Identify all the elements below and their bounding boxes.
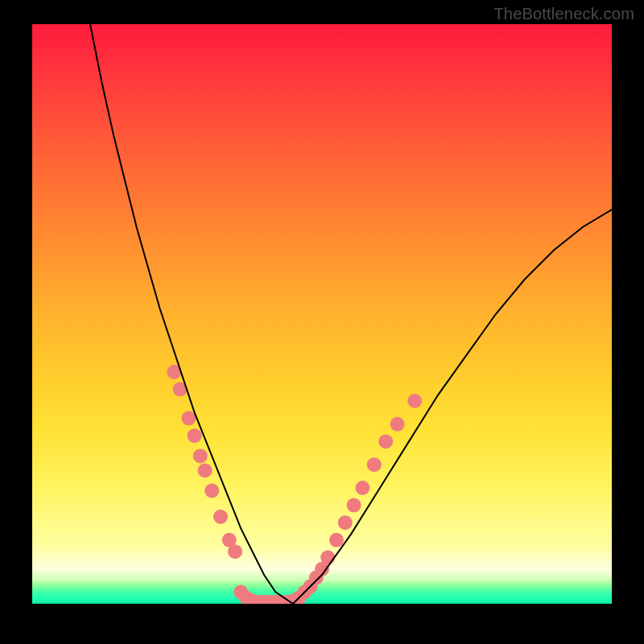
marker-dot	[193, 448, 208, 463]
marker-dot	[355, 481, 369, 495]
marker-dot	[378, 434, 393, 448]
chart-frame: TheBottleneck.com	[0, 0, 644, 644]
marker-dot	[329, 533, 344, 547]
marker-dot	[188, 428, 202, 443]
plot-area	[32, 24, 612, 604]
markers-group	[167, 365, 422, 604]
chart-overlay	[32, 24, 612, 604]
marker-dot	[320, 550, 335, 564]
watermark-text: TheBottleneck.com	[493, 5, 634, 23]
marker-dot	[390, 417, 405, 431]
marker-dot	[228, 544, 242, 559]
marker-dot	[407, 394, 422, 408]
marker-dot	[367, 457, 382, 472]
marker-dot	[204, 484, 219, 498]
marker-dot	[213, 510, 228, 524]
bottleneck-curve	[90, 24, 612, 604]
marker-dot	[338, 515, 353, 530]
marker-dot	[181, 411, 196, 426]
marker-dot	[198, 463, 213, 477]
marker-dot	[347, 498, 361, 513]
